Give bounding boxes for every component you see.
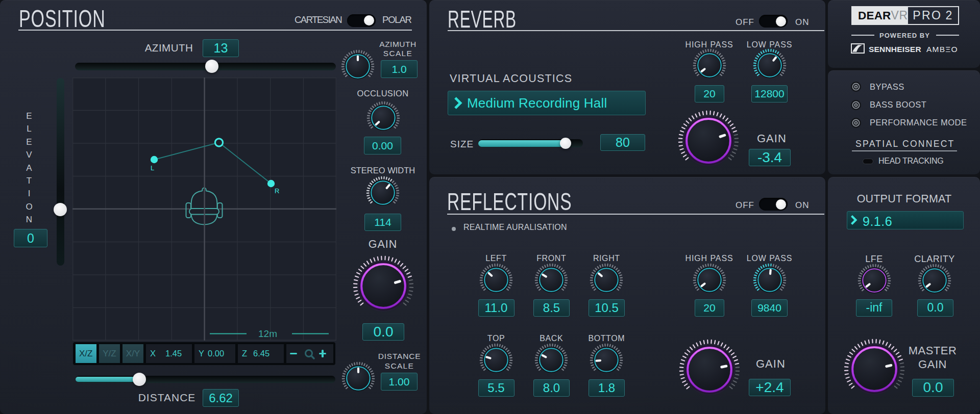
svg-text:R: R bbox=[275, 187, 279, 195]
svg-text:12m: 12m bbox=[258, 328, 277, 339]
svg-text:L: L bbox=[151, 164, 154, 172]
